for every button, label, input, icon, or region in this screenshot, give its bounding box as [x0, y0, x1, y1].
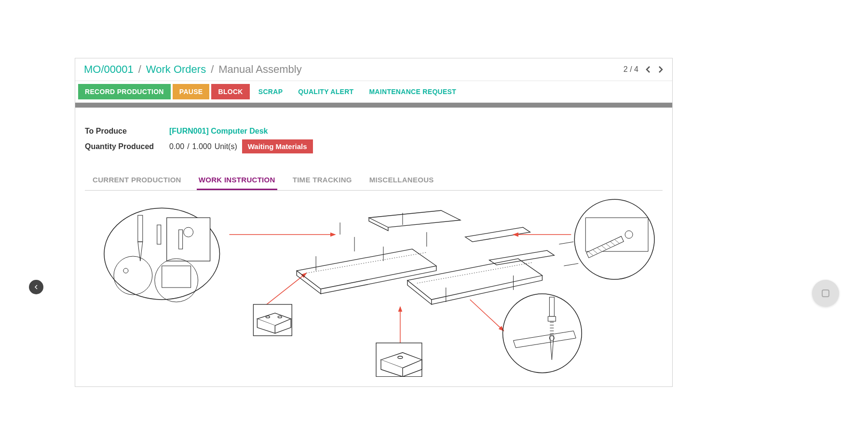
toolbar: RECORD PRODUCTION PAUSE BLOCK SCRAP QUAL…: [75, 81, 672, 103]
svg-rect-10: [162, 266, 191, 288]
home-icon: [822, 289, 829, 297]
svg-rect-4: [138, 215, 143, 242]
qty-done: 0.00: [169, 142, 184, 151]
chevron-left-icon: [34, 285, 38, 289]
quantity-produced-row: Quantity Produced 0.00 / 1.000 Unit(s) W…: [85, 139, 663, 153]
scrap-button[interactable]: SCRAP: [252, 84, 290, 99]
svg-line-14: [417, 262, 533, 283]
breadcrumb-bar: MO/00001 / Work Orders / Manual Assembly…: [75, 58, 672, 81]
svg-rect-2: [167, 218, 210, 261]
svg-line-24: [564, 263, 578, 266]
quantity-produced-label: Quantity Produced: [85, 142, 169, 151]
block-button[interactable]: BLOCK: [211, 84, 249, 99]
content-area: To Produce [FURN001] Computer Desk Quant…: [75, 108, 672, 386]
svg-line-12: [260, 273, 306, 309]
svg-line-42: [470, 300, 504, 331]
work-instruction-diagram: [85, 198, 663, 377]
pager-prev-icon[interactable]: [645, 66, 651, 73]
svg-line-23: [559, 242, 573, 244]
svg-point-9: [123, 268, 128, 273]
to-produce-row: To Produce [FURN001] Computer Desk: [85, 127, 663, 136]
svg-rect-5: [157, 225, 161, 244]
maintenance-request-button[interactable]: MAINTENANCE REQUEST: [362, 84, 463, 99]
quality-alert-button[interactable]: QUALITY ALERT: [291, 84, 360, 99]
pager: 2 / 4: [624, 65, 664, 74]
pager-next-icon[interactable]: [658, 66, 664, 73]
divider-bar: [75, 103, 672, 108]
status-badge: Waiting Materials: [242, 139, 313, 153]
breadcrumb-workorders-link[interactable]: Work Orders: [146, 63, 206, 76]
tab-current-production[interactable]: CURRENT PRODUCTION: [91, 171, 183, 190]
home-button[interactable]: [812, 280, 839, 307]
product-link[interactable]: [FURN001] Computer Desk: [169, 127, 268, 136]
tabs: CURRENT PRODUCTION WORK INSTRUCTION TIME…: [85, 171, 663, 191]
breadcrumb-separator: /: [138, 63, 141, 76]
breadcrumb: MO/00001 / Work Orders / Manual Assembly: [84, 63, 302, 76]
breadcrumb-mo-link[interactable]: MO/00001: [84, 63, 134, 76]
svg-rect-6: [179, 230, 183, 249]
carousel-prev-button[interactable]: [29, 280, 43, 294]
breadcrumb-separator: /: [211, 63, 214, 76]
pause-button[interactable]: PAUSE: [173, 84, 210, 99]
work-order-panel: MO/00001 / Work Orders / Manual Assembly…: [75, 58, 673, 387]
qty-uom: Unit(s): [215, 142, 237, 151]
to-produce-label: To Produce: [85, 127, 169, 136]
tab-work-instruction[interactable]: WORK INSTRUCTION: [197, 171, 277, 190]
svg-point-7: [114, 256, 152, 295]
svg-rect-45: [549, 297, 554, 316]
pager-count: 2 / 4: [624, 65, 638, 74]
svg-rect-46: [548, 316, 556, 321]
svg-line-13: [306, 252, 427, 273]
record-production-button[interactable]: RECORD PRODUCTION: [78, 84, 171, 99]
qty-total: 1.000: [192, 142, 212, 151]
tab-miscellaneous[interactable]: MISCELLANEOUS: [367, 171, 436, 190]
breadcrumb-current: Manual Assembly: [218, 63, 301, 76]
qty-sep: /: [187, 142, 189, 151]
tab-time-tracking[interactable]: TIME TRACKING: [291, 171, 354, 190]
